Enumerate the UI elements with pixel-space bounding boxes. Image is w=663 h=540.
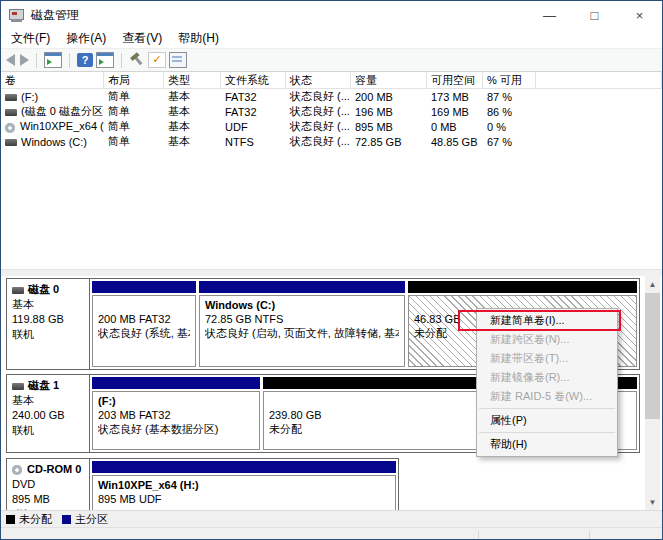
cd-icon xyxy=(12,465,22,475)
volume-pct: 67 % xyxy=(483,136,536,148)
table-row[interactable]: Win10XPE_x64 (H:) 简单 基本 UDF 状态良好 (... 89… xyxy=(1,119,662,134)
volume-table-header: 卷 布局 类型 文件系统 状态 容量 可用空间 % 可用 xyxy=(1,72,662,89)
volume-status: 状态良好 (... xyxy=(286,119,351,134)
table-row[interactable]: (F:) 简单 基本 FAT32 状态良好 (... 200 MB 173 MB… xyxy=(1,89,662,104)
detail-view-icon[interactable] xyxy=(96,52,114,68)
menu-item-new-raid5-volume: 新建 RAID-5 卷(W)... xyxy=(477,387,617,406)
properties-icon[interactable] xyxy=(169,52,187,68)
manage-tool-icon[interactable] xyxy=(126,49,147,70)
close-button[interactable]: × xyxy=(617,1,662,29)
header-filesystem[interactable]: 文件系统 xyxy=(221,72,286,89)
volume-name: (F:) xyxy=(21,91,38,103)
menu-view[interactable]: 查看(V) xyxy=(114,29,170,48)
menu-item-properties[interactable]: 属性(P) xyxy=(477,411,617,430)
legend-unallocated-label: 未分配 xyxy=(19,512,52,527)
menu-item-new-mirrored-volume: 新建镜像卷(R)... xyxy=(477,368,617,387)
volume-fs: UDF xyxy=(221,121,286,133)
toolbar-separator xyxy=(69,53,70,68)
volume-type: 基本 xyxy=(164,104,221,119)
toolbar-separator xyxy=(121,53,122,68)
legend-primary-label: 主分区 xyxy=(75,512,108,527)
table-row[interactable]: Windows (C:) 简单 基本 NTFS 状态良好 (... 72.85 … xyxy=(1,134,662,149)
console-window-icon[interactable] xyxy=(44,52,62,68)
region-size: 895 MB UDF xyxy=(98,492,390,506)
volume-fs: FAT32 xyxy=(221,106,286,118)
disk-status: 联机 xyxy=(12,507,89,510)
menu-item-new-striped-volume: 新建带区卷(T)... xyxy=(477,349,617,368)
header-type[interactable]: 类型 xyxy=(164,72,221,89)
health-check-icon[interactable]: ✓ xyxy=(148,52,166,68)
disk-management-window: 磁盘管理 — □ × 文件(F) 操作(A) 查看(V) 帮助(H) ? ✓ 卷… xyxy=(0,0,663,540)
window-title: 磁盘管理 xyxy=(31,7,79,24)
disk-name: 磁盘 0 xyxy=(28,283,59,295)
disk1-label[interactable]: 磁盘 1 基本 240.00 GB 联机 xyxy=(7,375,90,452)
region-size: 200 MB FAT32 xyxy=(98,312,190,326)
header-capacity[interactable]: 容量 xyxy=(351,72,427,89)
minimize-button[interactable]: — xyxy=(527,1,572,29)
region-title: Windows (C:) xyxy=(205,298,399,312)
app-icon xyxy=(9,9,25,22)
disk-name: CD-ROM 0 xyxy=(27,463,81,475)
volume-pct: 0 % xyxy=(483,121,536,133)
volume-capacity: 200 MB xyxy=(351,91,427,103)
header-pct-free[interactable]: % 可用 xyxy=(483,72,536,89)
status-separator xyxy=(589,531,590,540)
volume-free: 173 MB xyxy=(427,91,483,103)
header-status[interactable]: 状态 xyxy=(286,72,351,89)
region-status xyxy=(98,506,390,510)
cdrom-row: CD-ROM 0 DVD 895 MB 联机 Win10XPE_x64 (H:)… xyxy=(6,458,399,510)
maximize-button[interactable]: □ xyxy=(572,1,617,29)
partition-region[interactable]: Win10XPE_x64 (H:) 895 MB UDF xyxy=(92,461,396,510)
volume-fs: FAT32 xyxy=(221,91,286,103)
scroll-up-icon[interactable]: ▲ xyxy=(645,276,660,292)
status-bar xyxy=(1,527,662,540)
disk-type: 基本 xyxy=(12,297,89,312)
legend-bar: 未分配 主分区 xyxy=(1,510,662,527)
disk-name: 磁盘 1 xyxy=(28,379,59,391)
volume-type: 基本 xyxy=(164,89,221,104)
forward-arrow-icon[interactable] xyxy=(20,54,29,66)
legend-primary-swatch xyxy=(62,515,71,524)
menu-separator xyxy=(479,408,615,409)
scrollbar-thumb[interactable] xyxy=(645,293,660,419)
disk-status: 联机 xyxy=(12,327,89,342)
primary-partition-strip xyxy=(92,281,196,293)
menu-file[interactable]: 文件(F) xyxy=(3,29,58,48)
menu-help[interactable]: 帮助(H) xyxy=(170,29,227,48)
back-arrow-icon[interactable] xyxy=(6,54,15,66)
scroll-down-icon[interactable]: ▼ xyxy=(645,494,660,510)
menu-item-help[interactable]: 帮助(H) xyxy=(477,435,617,454)
partition-region[interactable]: Windows (C:) 72.85 GB NTFS 状态良好 (启动, 页面文… xyxy=(199,281,405,367)
volume-list-pane: 卷 布局 类型 文件系统 状态 容量 可用空间 % 可用 (F:) 简单 基本 … xyxy=(1,72,662,269)
region-title: (F:) xyxy=(98,394,254,408)
vertical-scrollbar[interactable]: ▲ ▼ xyxy=(645,276,660,510)
disk-size: 119.88 GB xyxy=(12,312,89,327)
header-free-space[interactable]: 可用空间 xyxy=(427,72,483,89)
header-layout[interactable]: 布局 xyxy=(104,72,164,89)
menu-action[interactable]: 操作(A) xyxy=(58,29,114,48)
toolbar-separator xyxy=(36,53,37,68)
volume-pct: 87 % xyxy=(483,91,536,103)
volume-pct: 86 % xyxy=(483,106,536,118)
partition-region[interactable]: (F:) 203 MB FAT32 状态良好 (基本数据分区) xyxy=(92,377,260,450)
disk-type: 基本 xyxy=(12,393,89,408)
volume-free: 0 MB xyxy=(427,121,483,133)
disk-icon xyxy=(12,383,24,390)
menu-bar: 文件(F) 操作(A) 查看(V) 帮助(H) xyxy=(1,29,662,48)
primary-partition-strip xyxy=(92,377,260,389)
volume-layout: 简单 xyxy=(104,89,164,104)
volume-status: 状态良好 (... xyxy=(286,104,351,119)
pane-splitter[interactable] xyxy=(1,269,662,276)
drive-icon xyxy=(5,94,17,101)
disk0-label[interactable]: 磁盘 0 基本 119.88 GB 联机 xyxy=(7,279,90,369)
volume-type: 基本 xyxy=(164,119,221,134)
cdrom-label[interactable]: CD-ROM 0 DVD 895 MB 联机 xyxy=(7,459,90,510)
table-row[interactable]: (磁盘 0 磁盘分区 1) 简单 基本 FAT32 状态良好 (... 196 … xyxy=(1,104,662,119)
volume-capacity: 72.85 GB xyxy=(351,136,427,148)
header-volume[interactable]: 卷 xyxy=(1,72,104,89)
volume-type: 基本 xyxy=(164,134,221,149)
volume-name: Windows (C:) xyxy=(21,136,87,148)
toolbar: ? ✓ xyxy=(1,48,662,72)
help-icon[interactable]: ? xyxy=(77,53,93,67)
partition-region[interactable]: 200 MB FAT32 状态良好 (系统, 基本 xyxy=(92,281,196,367)
